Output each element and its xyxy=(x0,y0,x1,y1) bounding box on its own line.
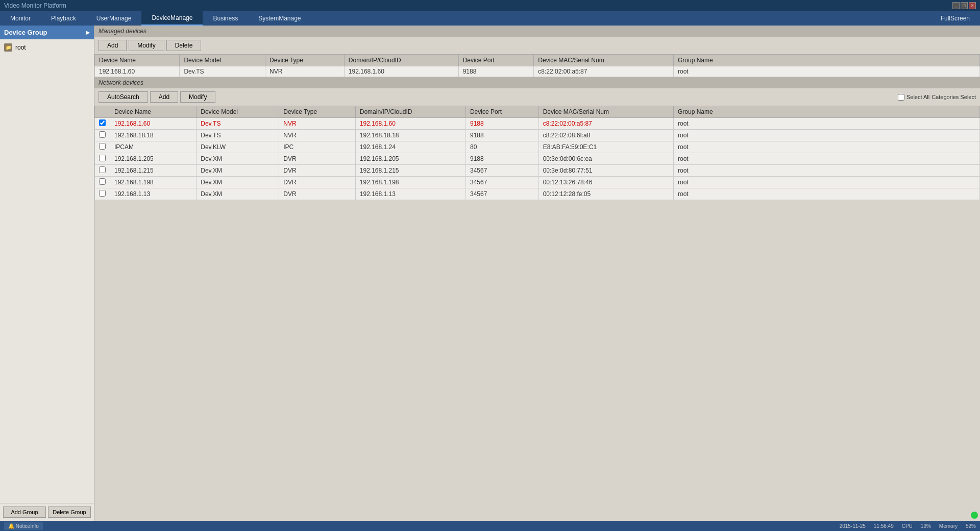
cell-domain-ip: 192.168.1.60 xyxy=(344,66,458,77)
categories-select-label: Categories Select xyxy=(932,94,976,100)
cell-net-device-model: Dev.XM xyxy=(197,165,279,177)
cell-net-group-name: root xyxy=(674,177,980,188)
memory-value: 52% xyxy=(966,523,976,529)
cell-net-mac: c8:22:02:00:a5:87 xyxy=(538,118,673,130)
cell-net-mac: 00:12:12:28:fe:05 xyxy=(538,188,673,200)
table-row[interactable]: 192.168.1.215 Dev.XM DVR 192.168.1.215 3… xyxy=(95,165,980,177)
memory-label: Memory xyxy=(939,523,958,529)
managed-delete-button[interactable]: Delete xyxy=(166,40,202,51)
col-net-device-type: Device Type xyxy=(279,106,356,118)
cell-net-domain-ip: 192.168.1.60 xyxy=(355,118,465,130)
row-checkbox-cell[interactable] xyxy=(95,165,110,177)
col-mac-serial: Device MAC/Serial Num xyxy=(534,55,674,66)
row-checkbox[interactable] xyxy=(99,143,106,150)
managed-add-button[interactable]: Add xyxy=(99,40,127,51)
row-checkbox-cell[interactable] xyxy=(95,141,110,153)
col-device-type: Device Type xyxy=(265,55,345,66)
row-checkbox-cell[interactable] xyxy=(95,153,110,165)
managed-devices-label: Managed devices xyxy=(99,28,146,35)
sidebar-tree: 📁 root xyxy=(0,39,94,503)
cell-group-name: root xyxy=(674,66,980,77)
menu-devicemanage[interactable]: DeviceManage xyxy=(141,11,203,26)
table-row[interactable]: 192.168.1.60 Dev.TS NVR 192.168.1.60 918… xyxy=(95,118,980,130)
select-all-label: Select All xyxy=(906,94,929,100)
row-checkbox[interactable] xyxy=(99,155,106,161)
device-group-header: Device Group ▶ xyxy=(0,26,94,39)
close-button[interactable]: ✕ xyxy=(969,2,976,9)
col-net-port: Device Port xyxy=(465,106,538,118)
row-checkbox-cell[interactable] xyxy=(95,118,110,130)
col-net-domain-ip: Domain/IP/CloudID xyxy=(355,106,465,118)
cell-net-device-type: DVR xyxy=(279,165,356,177)
row-checkbox[interactable] xyxy=(99,166,106,173)
sidebar-item-root[interactable]: 📁 root xyxy=(0,41,94,54)
col-device-name: Device Name xyxy=(95,55,180,66)
statusbar: 🔔 NoticeInfo 2015-11-25 11:56:49 CPU 19%… xyxy=(0,521,980,531)
col-group-name: Group Name xyxy=(674,55,980,66)
cell-net-mac: c8:22:02:08:6f:a8 xyxy=(538,130,673,141)
network-modify-button[interactable]: Modify xyxy=(180,91,215,103)
cell-device-type: NVR xyxy=(265,66,345,77)
cell-net-port: 9188 xyxy=(465,130,538,141)
menu-playback[interactable]: Playback xyxy=(41,11,86,26)
table-row[interactable]: 192.168.1.198 Dev.XM DVR 192.168.1.198 3… xyxy=(95,177,980,188)
cell-net-device-name: 192.168.1.205 xyxy=(110,153,197,165)
menu-systemmanage[interactable]: SystemManage xyxy=(248,11,311,26)
cell-net-device-name: 192.168.18.18 xyxy=(110,130,197,141)
row-checkbox[interactable] xyxy=(99,119,106,126)
row-checkbox[interactable] xyxy=(99,190,106,197)
tree-item-label: root xyxy=(15,44,26,51)
cell-net-port: 34567 xyxy=(465,188,538,200)
col-net-device-model: Device Model xyxy=(197,106,279,118)
menubar: Monitor Playback UserManage DeviceManage… xyxy=(0,11,980,26)
table-row[interactable]: 192.168.1.60 Dev.TS NVR 192.168.1.60 918… xyxy=(95,66,980,77)
cpu-value: 19% xyxy=(921,523,931,529)
minimize-button[interactable]: _ xyxy=(952,2,960,9)
row-checkbox-cell[interactable] xyxy=(95,177,110,188)
cell-net-domain-ip: 192.168.1.205 xyxy=(355,153,465,165)
managed-modify-button[interactable]: Modify xyxy=(129,40,164,51)
cell-net-device-name: 192.168.1.13 xyxy=(110,188,197,200)
table-row[interactable]: IPCAM Dev.KLW IPC 192.168.1.24 80 E8:AB:… xyxy=(95,141,980,153)
col-device-port: Device Port xyxy=(458,55,534,66)
row-checkbox[interactable] xyxy=(99,178,106,185)
select-all-area: Select All Categories Select xyxy=(898,94,976,101)
row-checkbox[interactable] xyxy=(99,131,106,138)
row-checkbox-cell[interactable] xyxy=(95,188,110,200)
cell-net-device-type: NVR xyxy=(279,130,356,141)
menu-business[interactable]: Business xyxy=(203,11,248,26)
network-table-header-row: Device Name Device Model Device Type Dom… xyxy=(95,106,980,118)
cell-port: 9188 xyxy=(458,66,534,77)
table-row[interactable]: 192.168.1.13 Dev.XM DVR 192.168.1.13 345… xyxy=(95,188,980,200)
maximize-button[interactable]: □ xyxy=(961,2,968,9)
table-row[interactable]: 192.168.18.18 Dev.TS NVR 192.168.18.18 9… xyxy=(95,130,980,141)
row-checkbox-cell[interactable] xyxy=(95,130,110,141)
col-domain-ip: Domain/IP/CloudID xyxy=(344,55,458,66)
cell-net-device-model: Dev.XM xyxy=(197,177,279,188)
select-all-checkbox[interactable] xyxy=(898,94,904,101)
auto-search-button[interactable]: AutoSearch xyxy=(99,91,148,103)
cell-net-mac: E8:AB:FA:59:0E:C1 xyxy=(538,141,673,153)
cell-net-group-name: root xyxy=(674,165,980,177)
network-devices-section: Network devices AutoSearch Add Modify Se… xyxy=(94,77,980,521)
notice-info[interactable]: 🔔 NoticeInfo xyxy=(4,522,43,530)
network-devices-table: Device Name Device Model Device Type Dom… xyxy=(94,106,980,200)
cell-net-group-name: root xyxy=(674,130,980,141)
managed-devices-toolbar: Add Modify Delete xyxy=(94,37,980,54)
delete-group-button[interactable]: Delete Group xyxy=(48,506,91,518)
main-layout: Device Group ▶ 📁 root Add Group Delete G… xyxy=(0,26,980,521)
col-select xyxy=(95,106,110,118)
cell-net-device-type: DVR xyxy=(279,153,356,165)
table-row[interactable]: 192.168.1.205 Dev.XM DVR 192.168.1.205 9… xyxy=(95,153,980,165)
cell-net-domain-ip: 192.168.18.18 xyxy=(355,130,465,141)
managed-devices-header: Managed devices xyxy=(94,26,980,37)
network-add-button[interactable]: Add xyxy=(150,91,178,103)
cell-net-group-name: root xyxy=(674,188,980,200)
menu-monitor[interactable]: Monitor xyxy=(0,11,41,26)
fullscreen-button[interactable]: FullScreen xyxy=(930,11,980,26)
add-group-button[interactable]: Add Group xyxy=(3,506,46,518)
cell-net-device-name: 192.168.1.60 xyxy=(110,118,197,130)
cell-mac: c8:22:02:00:a5:87 xyxy=(534,66,674,77)
cell-net-device-type: NVR xyxy=(279,118,356,130)
menu-usermanage[interactable]: UserManage xyxy=(86,11,142,26)
